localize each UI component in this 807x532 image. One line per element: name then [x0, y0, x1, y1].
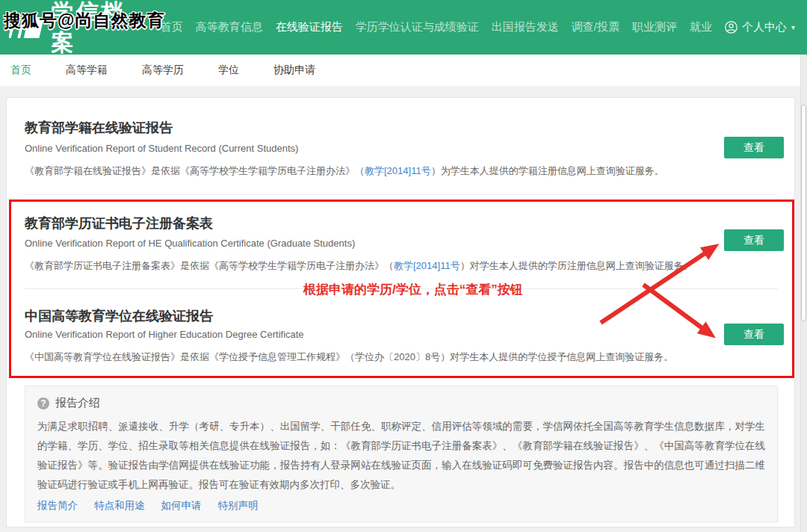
report2-subtitle-en: Online Verification Report of HE Qualifi…	[25, 238, 355, 249]
report2-description: 《教育部学历证书电子注册备案表》是依据《高等学校学生学籍学历电子注册办法》（教学…	[25, 259, 693, 273]
subnav-degree[interactable]: 学位	[218, 64, 239, 77]
chevron-down-icon: ▾	[791, 23, 795, 31]
report1-view-button[interactable]: 查看	[724, 137, 784, 158]
arrow-to-report3-view	[643, 285, 703, 329]
sohu-watermark: 搜狐号@尚自然教育	[4, 9, 164, 32]
report3-subtitle-en: Online Verification Report of Higher Edu…	[25, 329, 304, 340]
link-special-statement[interactable]: 特别声明	[218, 499, 259, 513]
report2-policy-link[interactable]: 教学[2014]11号	[394, 260, 460, 271]
nav-career-assessment[interactable]: 职业测评	[632, 20, 677, 34]
page-scrollbar	[800, 55, 807, 532]
nav-survey-vote[interactable]: 调查/投票	[572, 20, 619, 34]
report1-policy-link[interactable]: 教学[2014]11号	[365, 165, 431, 176]
report2-desc-tail: ）对学生本人提供的学历注册信息网上查询验证服务。	[460, 260, 693, 271]
intro-title: 报告介绍	[55, 396, 100, 410]
intro-body-text: 为满足求职招聘、派遣接收、升学（考研、专升本）、出国留学、干部任免、职称评定、信…	[37, 417, 765, 495]
report1-subtitle-en: Online Verification Report of Student Re…	[25, 143, 298, 154]
nav-online-verification-report-label: 在线验证报告	[276, 20, 343, 33]
link-features-uses[interactable]: 特点和用途	[94, 499, 145, 513]
nav-abroad-report-sending[interactable]: 出国报告发送	[492, 20, 559, 34]
section-divider	[25, 288, 778, 289]
nav-employment[interactable]: 就业	[690, 20, 712, 34]
section-divider	[25, 194, 778, 195]
report3-description: 《中国高等教育学位在线验证报告》是依据《学位授予信息管理工作规程》（学位办〔20…	[25, 350, 673, 364]
nav-certification-grade-verification[interactable]: 学历学位认证与成绩验证	[356, 20, 479, 34]
intro-header: ? 报告介绍	[37, 396, 765, 410]
user-circle-icon	[725, 21, 738, 34]
report3-view-button[interactable]: 查看	[724, 324, 784, 345]
subnav-home[interactable]: 首页	[10, 64, 31, 77]
question-circle-icon: ?	[37, 398, 49, 409]
report-list-card: 教育部学籍在线验证报告 Online Verification Report o…	[6, 97, 795, 528]
report1-desc-text: 《教育部学籍在线验证报告》是依据《高等学校学生学籍学历电子注册办法》（	[25, 165, 365, 176]
chsi-archive-page: 学信档案 首页 高等教育信息 在线验证报告 学历学位认证与成绩验证 出国报告发送…	[0, 0, 807, 532]
subnav-student-record[interactable]: 高等学籍	[66, 64, 108, 77]
report2-view-button[interactable]: 查看	[724, 229, 784, 251]
link-report-brief[interactable]: 报告简介	[37, 499, 78, 513]
report1-description: 《教育部学籍在线验证报告》是依据《高等学校学生学籍学历电子注册办法》（教学[20…	[25, 164, 664, 178]
report2-title: 教育部学历证书电子注册备案表	[25, 214, 213, 232]
primary-nav: 首页 高等教育信息 在线验证报告 学历学位认证与成绩验证 出国报告发送 调查/投…	[161, 20, 807, 34]
user-menu-label: 个人中心	[742, 20, 787, 34]
report1-desc-tail: ）为学生本人提供的学籍注册信息网上查询验证服务。	[431, 165, 664, 176]
report3-desc-text: 《中国高等教育学位在线验证报告》是依据《学位授予信息管理工作规程》（学位办〔20…	[25, 351, 673, 362]
intro-links: 报告简介 特点和用途 如何申请 特别声明	[37, 499, 259, 513]
report3-title: 中国高等教育学位在线验证报告	[25, 307, 213, 325]
report1-title: 教育部学籍在线验证报告	[25, 119, 173, 137]
user-menu[interactable]: 个人中心 ▾	[725, 20, 795, 34]
nav-online-verification-report[interactable]: 在线验证报告	[276, 20, 343, 34]
scrollbar-thumb[interactable]	[801, 105, 806, 321]
annotation-text: 根据申请的学历/学位，点击“查看”按钮	[303, 281, 523, 298]
nav-higher-education-info[interactable]: 高等教育信息	[196, 20, 263, 34]
report2-desc-text: 《教育部学历证书电子注册备案表》是依据《高等学校学生学籍学历电子注册办法》（	[25, 260, 394, 271]
secondary-nav: 首页 高等学籍 高等学历 学位 协助申请	[0, 55, 807, 86]
report-intro-box: ? 报告介绍 为满足求职招聘、派遣接收、升学（考研、专升本）、出国留学、干部任免…	[25, 386, 778, 522]
subnav-assist-apply[interactable]: 协助申请	[273, 64, 315, 77]
subnav-qualification[interactable]: 高等学历	[142, 64, 184, 77]
link-how-to-apply[interactable]: 如何申请	[161, 499, 202, 513]
